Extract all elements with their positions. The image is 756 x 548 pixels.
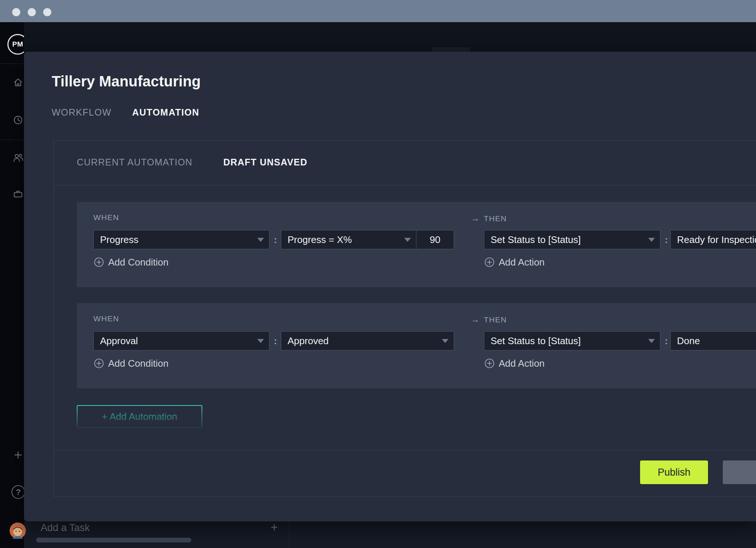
screen: PM Tillery Manufacturing GP [0,0,756,548]
scroll-fade-overlay [54,407,756,450]
condition-field-dropdown[interactable]: Progress [93,230,269,249]
column-divider [289,521,289,548]
action-field-dropdown[interactable]: Set Status to [Status] [484,331,660,350]
window-close-button[interactable] [12,8,20,16]
add-action-button[interactable]: Add Action [484,357,544,370]
dropdown-value: Progress = X% [288,234,352,245]
add-task-plus-icon[interactable]: + [271,520,278,534]
plus-circle-icon [484,358,495,369]
automation-panel: CURRENT AUTOMATION DRAFT UNSAVED WHEN Pr… [54,140,756,497]
add-task-row[interactable]: Add a Task [41,522,90,534]
add-condition-label: Add Condition [108,257,168,268]
profile-avatar[interactable] [10,523,26,540]
when-label: WHEN [93,314,119,323]
when-label: WHEN [93,213,119,222]
chevron-down-icon [648,339,655,343]
arrow-right-icon: → [471,314,480,324]
separator-colon: : [273,331,278,350]
clock-icon[interactable] [13,114,24,126]
panel-divider [54,185,756,185]
then-label: →THEN [471,314,507,325]
dropdown-value: Progress [100,234,138,245]
add-action-label: Add Action [499,358,544,369]
plus-circle-icon [93,358,104,369]
chevron-down-icon [648,238,655,242]
window-minimize-button[interactable] [28,8,36,16]
team-icon[interactable] [13,152,24,163]
modal-title: Tillery Manufacturing [52,73,201,90]
action-value-dropdown[interactable]: Ready for Inspection [670,230,756,249]
chevron-down-icon [442,339,449,343]
add-action-button[interactable]: Add Action [484,256,544,268]
window-maximize-button[interactable] [43,8,51,16]
dropdown-value: Set Status to [Status] [491,335,581,346]
subtab-current-automation[interactable]: CURRENT AUTOMATION [77,157,192,168]
action-value-dropdown[interactable]: Done [670,331,756,350]
publish-button[interactable]: Publish [640,460,708,484]
window-titlebar [0,0,756,22]
separator-colon: : [664,230,669,249]
then-text: THEN [484,315,507,324]
help-glyph: ? [16,487,21,497]
dropdown-value: Set Status to [Status] [491,234,581,245]
plus-circle-icon [93,257,104,268]
plus-circle-icon [484,257,495,268]
scrollbar-thumb[interactable] [36,538,191,542]
automation-rule-card: WHEN Progress : Progress = X% 90 →THEN S… [77,202,756,287]
separator-colon: : [664,331,669,350]
dropdown-value: Approved [288,335,329,346]
footer-divider [54,450,756,451]
sidebar-divider [0,140,24,140]
subtab-draft-unsaved[interactable]: DRAFT UNSAVED [223,157,307,168]
automation-rule-card: WHEN Approval : Approved →THEN Set Statu… [77,303,756,388]
action-field-dropdown[interactable]: Set Status to [Status] [484,230,660,249]
add-condition-button[interactable]: Add Condition [93,357,168,370]
automation-modal: Tillery Manufacturing WORKFLOW AUTOMATIO… [24,52,756,521]
plus-icon[interactable] [13,449,24,460]
then-text: THEN [484,214,507,223]
home-icon[interactable] [13,77,24,88]
sidebar-divider [0,64,24,64]
condition-field-dropdown[interactable]: Approval [93,331,269,350]
task-list-background: Add a Task + [24,521,756,548]
condition-operator-dropdown[interactable]: Progress = X% [281,230,416,249]
left-sidebar [0,59,24,548]
then-label: →THEN [471,213,507,223]
add-condition-label: Add Condition [108,358,168,369]
chevron-down-icon [404,238,411,242]
add-action-label: Add Action [499,257,544,268]
help-icon[interactable]: ? [11,485,25,499]
chevron-down-icon [257,238,264,242]
arrow-right-icon: → [471,213,480,223]
separator-colon: : [273,230,278,249]
tab-workflow[interactable]: WORKFLOW [52,107,111,118]
save-button[interactable]: Save [723,460,756,484]
tab-automation[interactable]: AUTOMATION [132,107,199,118]
chevron-down-icon [257,339,264,343]
dropdown-value: Approval [100,335,138,346]
condition-value-input[interactable]: 90 [416,230,454,249]
briefcase-icon[interactable] [13,188,24,199]
add-condition-button[interactable]: Add Condition [93,256,168,268]
condition-operator-dropdown[interactable]: Approved [281,331,454,350]
